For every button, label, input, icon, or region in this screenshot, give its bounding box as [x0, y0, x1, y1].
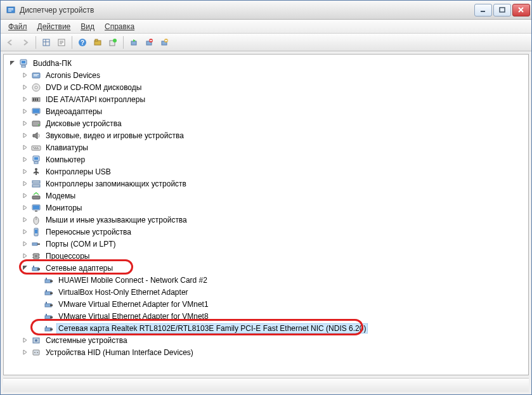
tree-item[interactable]: Видеоадаптеры [5, 105, 527, 117]
device-category-icon [31, 347, 41, 358]
svg-point-93 [35, 339, 37, 342]
expander-icon[interactable] [22, 337, 29, 344]
expander-icon[interactable] [22, 96, 29, 103]
tree-label: Buddha-ПК [31, 58, 74, 68]
svg-rect-57 [32, 185, 40, 187]
expander-icon[interactable] [22, 168, 29, 175]
expander-icon[interactable] [9, 60, 16, 67]
svg-rect-44 [32, 146, 41, 150]
network-adapter-icon [44, 311, 54, 321]
tree-item[interactable]: Контроллеры запоминающих устройств [5, 178, 527, 190]
expander-icon[interactable] [22, 349, 29, 356]
menu-view[interactable]: Вид [75, 20, 100, 33]
tree-item-network-adapters[interactable]: Сетевые адаптеры [5, 262, 527, 274]
tree-root[interactable]: Buddha-ПК [5, 57, 527, 69]
svg-rect-58 [32, 196, 40, 199]
svg-rect-50 [34, 157, 38, 160]
tree-item[interactable]: Контроллеры USB [5, 165, 527, 178]
network-adapter-icon [44, 299, 54, 309]
show-hide-tree-button[interactable] [39, 36, 53, 49]
tree-item-network-child[interactable]: VirtualBox Host-Only Ethernet Adapter [5, 286, 527, 298]
svg-rect-67 [37, 243, 40, 245]
tree-label: Acronis Devices [44, 70, 102, 81]
menu-file[interactable]: Файл [3, 20, 32, 33]
tree-pane[interactable]: Buddha-ПК Acronis Devices DVD и CD-ROM д… [3, 54, 529, 375]
device-category-icon [31, 227, 41, 237]
device-category-icon [31, 335, 41, 346]
device-category-icon [31, 251, 41, 261]
tree-item[interactable]: Компьютер [5, 153, 527, 165]
update-driver-button[interactable] [106, 36, 120, 49]
device-category-icon [31, 179, 41, 189]
tree-label: Контроллеры USB [44, 167, 113, 177]
properties-button[interactable] [55, 36, 68, 49]
menubar: Файл Действие Вид Справка [1, 20, 531, 34]
minimize-button[interactable] [474, 4, 492, 16]
tree-item-network-child[interactable]: VMware Virtual Ethernet Adapter for VMne… [5, 310, 527, 322]
tree-item[interactable]: Звуковые, видео и игровые устройства [5, 129, 527, 141]
forward-button[interactable] [18, 36, 32, 49]
expander-icon[interactable] [22, 108, 29, 115]
tree-label: IDE ATA/ATAPI контроллеры [44, 94, 147, 105]
expander-icon[interactable] [22, 204, 29, 211]
tree-item[interactable]: Переносные устройства [5, 226, 527, 238]
disable-device-button[interactable] [142, 36, 156, 49]
device-category-icon [31, 155, 41, 165]
maximize-button[interactable] [493, 4, 511, 16]
expander-icon[interactable] [22, 120, 29, 127]
tree-item[interactable]: DVD и CD-ROM дисководы [5, 81, 527, 93]
uninstall-device-button[interactable] [157, 36, 171, 49]
expander-icon[interactable] [22, 180, 29, 187]
expander-icon[interactable] [22, 132, 29, 139]
tree-label: Сетевые адаптеры [44, 263, 115, 273]
tree-item[interactable]: Мониторы [5, 202, 527, 214]
tree-item-network-child[interactable]: Сетевая карта Realtek RTL8102E/RTL8103E … [5, 322, 527, 334]
expander-icon[interactable] [22, 72, 29, 79]
device-category-icon [31, 167, 41, 177]
tree-item[interactable]: Acronis Devices [5, 69, 527, 81]
device-category-icon [31, 82, 41, 93]
tree-label: HUAWEI Mobile Connect - Network Card #2 [56, 275, 209, 285]
expander-icon[interactable] [22, 144, 29, 151]
tree-item-network-child[interactable]: VMware Virtual Ethernet Adapter for VMne… [5, 298, 527, 310]
svg-rect-78 [50, 280, 53, 282]
tree-item[interactable]: Устройства HID (Human Interface Devices) [5, 346, 527, 358]
tree-item[interactable]: Модемы [5, 190, 527, 202]
close-button[interactable] [512, 4, 530, 16]
expander-icon[interactable] [22, 156, 29, 163]
expander-icon[interactable] [22, 240, 29, 247]
svg-rect-2 [8, 10, 13, 10]
menu-action[interactable]: Действие [32, 20, 76, 33]
tree-item[interactable]: Мыши и иные указывающие устройства [5, 214, 527, 226]
tree-item[interactable]: Клавиатуры [5, 141, 527, 153]
expander-icon[interactable] [22, 228, 29, 235]
tree-item[interactable]: Системные устройства [5, 334, 527, 346]
tree-item-network-child[interactable]: HUAWEI Mobile Connect - Network Card #2 [5, 274, 527, 286]
svg-rect-76 [33, 266, 34, 268]
tree-item[interactable]: Процессоры [5, 250, 527, 262]
device-category-icon [31, 107, 41, 117]
scan-hardware-button[interactable] [91, 36, 105, 49]
svg-rect-94 [33, 350, 39, 355]
menu-help[interactable]: Справка [100, 20, 139, 33]
svg-rect-61 [35, 210, 37, 212]
expander-icon[interactable] [22, 192, 29, 199]
svg-rect-84 [50, 304, 53, 306]
expander-icon[interactable] [22, 84, 29, 91]
tree-item[interactable]: Порты (COM и LPT) [5, 238, 527, 250]
back-button[interactable] [3, 36, 17, 49]
device-category-icon [31, 191, 41, 201]
expander-icon[interactable] [22, 252, 29, 259]
tree-label: DVD и CD-ROM дисководы [44, 82, 143, 93]
svg-point-96 [37, 352, 38, 353]
help-button[interactable]: ? [75, 36, 89, 49]
titlebar[interactable]: Диспетчер устройств [1, 1, 531, 20]
tree-item[interactable]: IDE ATA/ATAPI контроллеры [5, 93, 527, 105]
svg-rect-1 [8, 8, 13, 9]
svg-rect-66 [32, 243, 37, 245]
device-category-icon [31, 70, 41, 81]
expander-icon[interactable] [22, 216, 29, 223]
enable-device-button[interactable] [127, 36, 141, 49]
tree-item[interactable]: Дисковые устройства [5, 117, 527, 129]
expander-icon[interactable] [22, 264, 29, 271]
